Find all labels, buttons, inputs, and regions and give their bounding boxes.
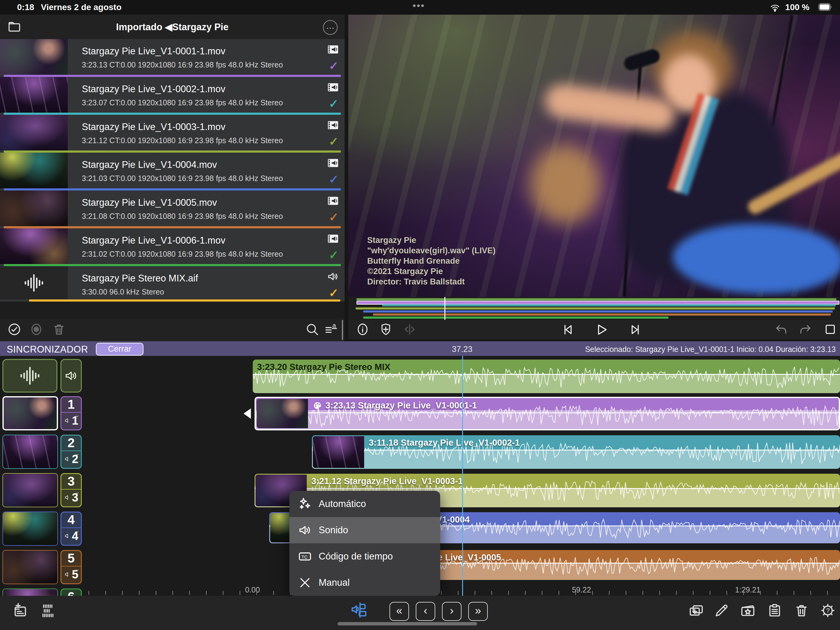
jump-start-button[interactable]: « xyxy=(390,602,409,621)
ruler-tick xyxy=(743,591,744,595)
ruler-tick xyxy=(139,591,139,595)
track-thumbnail[interactable] xyxy=(2,396,58,430)
timeline-horizontal-scrollbar[interactable] xyxy=(338,622,477,625)
track-thumbnail[interactable] xyxy=(2,550,58,584)
track-number: 5 xyxy=(62,551,81,567)
library-clip-row[interactable]: Stargazy Pie Live_V1-0004.mov3:21.03 CT:… xyxy=(0,153,344,191)
fullscreen-button[interactable] xyxy=(823,322,837,336)
library-clip-row[interactable]: Stargazy Pie Live_V1-0003-1.mov3:21.12 C… xyxy=(0,115,344,153)
clip-thumbnail xyxy=(0,77,68,113)
search-button[interactable] xyxy=(305,322,319,336)
library-clip-row[interactable]: Stargazy Pie Live_V1-0006-1.mov2:31.02 C… xyxy=(0,228,344,266)
library-clip-row[interactable]: Stargazy Pie Live_V1-0005.mov3:21.08 CT:… xyxy=(0,191,344,228)
timeline-clip-v2[interactable]: 3:11.18 Stargazy Pie Live_V1-0002-1 xyxy=(312,435,840,469)
info-button[interactable] xyxy=(355,322,369,336)
step-back-button[interactable]: ‹ xyxy=(416,602,435,621)
library-breadcrumb[interactable]: Importado ◀Stargazy Pie xyxy=(0,21,344,33)
timeline-clip-mix[interactable]: 3:23.20 Stargazy Pie Stereo MIX xyxy=(253,360,840,393)
next-clip-button[interactable] xyxy=(628,322,643,337)
multitask-dots-icon[interactable]: ••• xyxy=(413,1,425,11)
track-audio-toggle[interactable]: 2 xyxy=(62,450,81,468)
library-scrollbar[interactable] xyxy=(342,320,343,340)
jump-end-button[interactable]: » xyxy=(468,602,488,621)
library-more-button[interactable]: … xyxy=(323,20,338,35)
redo-button[interactable] xyxy=(798,322,812,336)
settings-help-button[interactable]: ? xyxy=(820,603,836,618)
clip-title: Stargazy Pie Live_V1-0003-1.mov xyxy=(82,122,225,133)
add-to-timeline-button[interactable] xyxy=(12,603,28,618)
minimap-clip-bar xyxy=(363,317,668,319)
edit-button[interactable] xyxy=(714,603,729,618)
chevron-down-icon xyxy=(75,568,80,573)
track-number: 6 xyxy=(62,589,81,596)
track-number-panel[interactable]: 66 xyxy=(60,589,82,596)
previous-clip-button[interactable] xyxy=(561,322,575,337)
minimap-clip-bar xyxy=(382,304,836,306)
menu-item-sparkles[interactable]: Automático xyxy=(289,491,440,517)
mix-track-waveform-button[interactable] xyxy=(2,359,57,393)
undo-button[interactable] xyxy=(774,322,788,336)
select-check-button[interactable] xyxy=(7,322,21,336)
ruler-tick xyxy=(189,591,190,595)
track-number-panel[interactable]: 11 xyxy=(60,396,82,430)
media-library-panel: Importado ◀Stargazy Pie … Stargazy Pie L… xyxy=(0,15,344,341)
add-clip-button[interactable] xyxy=(688,603,704,618)
close-button[interactable]: Cerrar xyxy=(96,343,144,355)
credit-line: Butterfly Hand Grenade xyxy=(367,256,496,266)
track-audio-toggle[interactable]: 1 xyxy=(62,412,81,429)
ruler-tick xyxy=(172,591,173,595)
track-audio-toggle[interactable]: 3 xyxy=(62,489,81,506)
audio-sync-mode-button[interactable] xyxy=(351,602,368,619)
clip-color-bar xyxy=(4,75,341,77)
track-thumbnail[interactable] xyxy=(2,473,58,507)
track-audio-toggle[interactable]: 5 xyxy=(62,566,81,583)
clip-color-bar xyxy=(4,150,341,153)
track-thumbnail[interactable] xyxy=(2,435,58,469)
track-thumbnail[interactable] xyxy=(2,589,58,596)
menu-item-xmark[interactable]: Manual xyxy=(289,570,440,596)
menu-item-speaker[interactable]: Sonido xyxy=(289,517,440,543)
clip-label: 3:11.18 Stargazy Pie Live_V1-0002-1 xyxy=(369,438,520,448)
film-icon xyxy=(327,157,339,169)
ruler-tick xyxy=(206,591,207,595)
video-preview[interactable]: Stargazy Pie"why'dyouleave(girl).wav" (L… xyxy=(348,15,840,297)
favorites-button[interactable] xyxy=(740,603,756,618)
film-icon xyxy=(327,43,339,55)
library-clip-row[interactable]: Stargazy Pie Live_V1-0002-1.mov3:23.07 C… xyxy=(0,77,344,115)
clipboard-button[interactable] xyxy=(767,603,783,618)
minimap-playhead[interactable] xyxy=(444,297,445,320)
clip-metadata: 3:30.00 96.0 kHz Stereo xyxy=(82,287,164,296)
battery-percent: 100 % xyxy=(785,2,810,12)
trim-button[interactable] xyxy=(403,322,417,336)
sync-hatch-button[interactable] xyxy=(40,603,56,618)
film-icon xyxy=(327,81,339,93)
trash-button[interactable] xyxy=(794,603,810,618)
marker-add-button[interactable] xyxy=(379,322,393,336)
timeline-clip-v1[interactable]: 3:23.13 Stargazy Pie Live_V1-0001-1 xyxy=(254,397,840,430)
sync-check-icon: ✓ xyxy=(329,211,338,224)
track-number-panel[interactable]: 22 xyxy=(60,435,82,469)
sort-button[interactable]: a xyxy=(324,322,338,336)
track-number-panel[interactable]: 44 xyxy=(60,512,82,546)
track-number-panel[interactable]: 33 xyxy=(60,473,82,507)
sparkles-icon xyxy=(298,497,312,511)
playhead[interactable] xyxy=(462,356,463,596)
ruler-timecode: 59.22 xyxy=(572,586,591,594)
track-number-panel[interactable]: 55 xyxy=(60,550,82,584)
record-button[interactable] xyxy=(29,322,43,336)
mix-track-speaker-button[interactable] xyxy=(60,359,82,393)
ruler-timecode: 0.00 xyxy=(245,586,260,594)
ruler-tick xyxy=(810,591,811,595)
menu-item-tc[interactable]: TCCódigo de tiempo xyxy=(289,543,440,570)
status-bar: 0:18 Viernes 2 de agosto ••• 100 % xyxy=(0,0,840,15)
track-audio-toggle[interactable]: 4 xyxy=(62,527,81,545)
delete-button[interactable] xyxy=(52,322,66,336)
sync-timeline: 112233445566 3:23.20 Stargazy Pie Stereo… xyxy=(0,356,840,596)
timeline-minimap[interactable] xyxy=(348,297,840,320)
play-button[interactable] xyxy=(594,322,609,337)
track-thumbnail[interactable] xyxy=(2,512,58,546)
step-forward-button[interactable]: › xyxy=(442,602,461,621)
clip-metadata: 3:21.03 CT:0.00 1920x1080 16:9 23.98 fps… xyxy=(82,174,283,183)
library-clip-row[interactable]: Stargazy Pie Live_V1-0001-1.mov3:23.13 C… xyxy=(0,39,344,77)
library-clip-row[interactable]: Stargazy Pie Stereo MIX.aif3:30.00 96.0 … xyxy=(0,266,344,302)
